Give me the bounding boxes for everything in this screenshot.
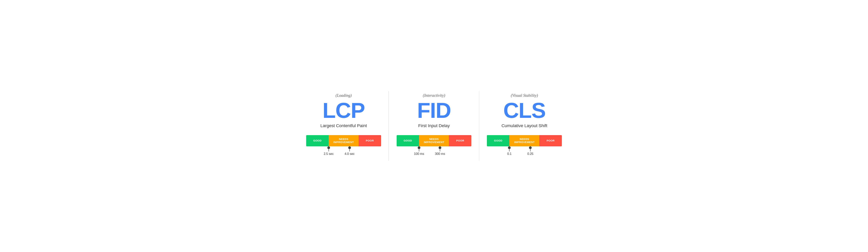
lcp-marker-2-line: [349, 149, 350, 151]
metrics-container: (Loading) LCP Largest Contentful Paint G…: [299, 83, 569, 169]
cls-markers: 0.1 0.25: [487, 146, 562, 157]
lcp-marker-2-dot: [348, 146, 351, 149]
lcp-marker-1-line: [329, 149, 329, 151]
fid-marker-2-line: [440, 149, 440, 151]
cls-marker-1-dot: [508, 146, 511, 149]
cls-poor-segment: POOR: [539, 135, 562, 146]
cls-marker-1-label: 0.1: [507, 152, 512, 156]
cls-marker-2-dot: [529, 146, 532, 149]
cls-marker-2: 0.25: [527, 146, 533, 156]
lcp-marker-1: 2.5 sec: [323, 146, 334, 156]
lcp-subtitle: (Loading): [336, 93, 352, 98]
fid-marker-2-label: 300 ms: [435, 152, 445, 156]
lcp-marker-2: 4.0 sec: [344, 146, 354, 156]
lcp-acronym: LCP: [322, 100, 365, 121]
fid-poor-segment: POOR: [449, 135, 471, 146]
fid-name: First Input Delay: [418, 123, 450, 128]
fid-needs-segment: NEEDS IMPROVEMENT: [419, 135, 449, 146]
fid-acronym: FID: [417, 100, 451, 121]
lcp-markers: 2.5 sec 4.0 sec: [306, 146, 381, 157]
cls-needs-segment: NEEDS IMPROVEMENT: [509, 135, 539, 146]
fid-bar-wrapper: GOOD NEEDS IMPROVEMENT POOR 100 ms 300 m…: [397, 135, 472, 157]
lcp-poor-segment: POOR: [359, 135, 381, 146]
lcp-name: Largest Contentful Paint: [320, 123, 367, 128]
cls-good-segment: GOOD: [487, 135, 509, 146]
fid-good-segment: GOOD: [397, 135, 419, 146]
lcp-marker-1-dot: [327, 146, 330, 149]
cls-acronym: CLS: [503, 100, 546, 121]
cls-marker-2-label: 0.25: [527, 152, 533, 156]
lcp-panel: (Loading) LCP Largest Contentful Paint G…: [299, 87, 389, 165]
fid-marker-2-dot: [439, 146, 441, 149]
cls-panel: (Visual Stability) CLS Cumulative Layout…: [479, 87, 569, 165]
cls-marker-1: 0.1: [507, 146, 512, 156]
lcp-needs-segment: NEEDS IMPROVEMENT: [329, 135, 359, 146]
cls-marker-1-line: [509, 149, 509, 151]
cls-subtitle: (Visual Stability): [511, 93, 538, 98]
cls-bar-wrapper: GOOD NEEDS IMPROVEMENT POOR 0.1 0.25: [487, 135, 562, 157]
fid-subtitle: (Interactivity): [423, 93, 445, 98]
fid-marker-1-line: [419, 149, 419, 151]
fid-marker-1-dot: [418, 146, 421, 149]
cls-marker-2-line: [530, 149, 531, 151]
fid-marker-2: 300 ms: [435, 146, 445, 156]
lcp-good-segment: GOOD: [306, 135, 329, 146]
fid-markers: 100 ms 300 ms: [397, 146, 472, 157]
cls-bar-track: GOOD NEEDS IMPROVEMENT POOR: [487, 135, 562, 146]
lcp-bar-wrapper: GOOD NEEDS IMPROVEMENT POOR 2.5 sec 4.0 …: [306, 135, 381, 157]
fid-marker-1: 100 ms: [414, 146, 424, 156]
lcp-bar-track: GOOD NEEDS IMPROVEMENT POOR: [306, 135, 381, 146]
fid-bar-track: GOOD NEEDS IMPROVEMENT POOR: [397, 135, 472, 146]
lcp-marker-2-label: 4.0 sec: [344, 152, 354, 156]
lcp-marker-1-label: 2.5 sec: [323, 152, 334, 156]
cls-name: Cumulative Layout Shift: [501, 123, 547, 128]
fid-panel: (Interactivity) FID First Input Delay GO…: [389, 87, 479, 165]
fid-marker-1-label: 100 ms: [414, 152, 424, 156]
